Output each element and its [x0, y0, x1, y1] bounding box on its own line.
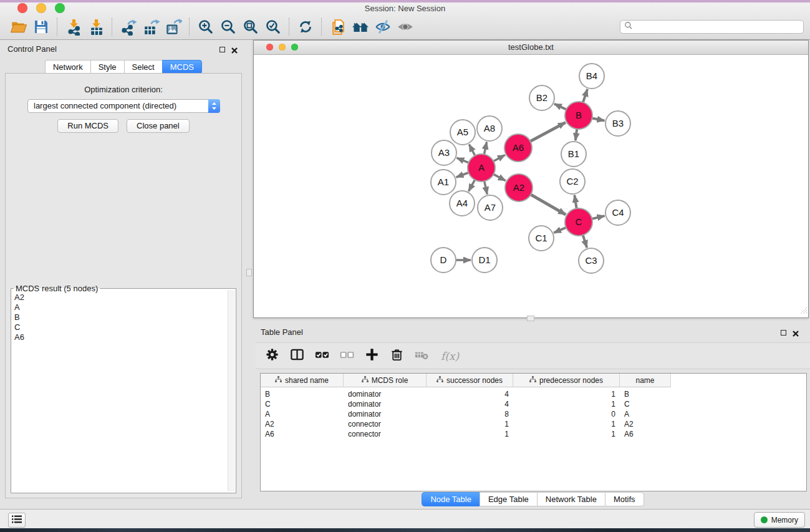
table-row[interactable]: A6connector11A6 — [261, 429, 806, 439]
import-network-button[interactable] — [62, 16, 85, 38]
graph-node-A[interactable]: A — [468, 154, 495, 181]
graph-node-C1[interactable]: C1 — [529, 226, 554, 251]
zoom-out-button[interactable] — [217, 16, 239, 38]
first-neighbors-button[interactable] — [349, 16, 372, 38]
column-header-predecessor-nodes[interactable]: predecessor nodes — [513, 374, 620, 387]
graph-node-C[interactable]: C — [565, 208, 592, 236]
table-settings-button[interactable] — [264, 347, 281, 364]
graph-edge-C-C2[interactable] — [574, 195, 576, 209]
deselect-all-button[interactable] — [339, 347, 355, 364]
table-row[interactable]: Adominator80A — [261, 409, 806, 419]
graph-edge-A-A4[interactable] — [469, 180, 475, 191]
clone-network-button[interactable] — [327, 16, 349, 38]
memory-button[interactable]: Memory — [754, 512, 805, 528]
column-header-successor-nodes[interactable]: successor nodes — [427, 374, 513, 387]
graph-node-B2[interactable]: B2 — [529, 85, 554, 110]
open-session-button[interactable] — [7, 16, 30, 38]
network-zoom-button[interactable] — [291, 44, 298, 51]
column-header-mcds-role[interactable]: MCDS role — [344, 374, 427, 387]
graph-edge-A6-B[interactable] — [530, 122, 565, 141]
zoom-selected-button[interactable] — [262, 16, 284, 38]
float-panel-icon[interactable] — [219, 47, 225, 52]
vertical-divider-grip[interactable] — [246, 269, 252, 276]
mcds-result-item[interactable]: A6 — [12, 332, 227, 342]
graph-node-A4[interactable]: A4 — [450, 191, 475, 216]
graph-node-A1[interactable]: A1 — [431, 170, 456, 195]
save-session-button[interactable] — [30, 16, 52, 38]
delete-table-button[interactable] — [413, 347, 430, 364]
graph-edge-A-A7[interactable] — [485, 181, 488, 194]
table-row[interactable]: Cdominator41C — [261, 399, 806, 409]
graph-node-A8[interactable]: A8 — [477, 116, 502, 141]
graph-node-C4[interactable]: C4 — [605, 200, 630, 225]
mcds-result-item[interactable]: B — [12, 312, 227, 322]
hide-graphics-details-button[interactable] — [372, 16, 394, 38]
graph-edge-A-A3[interactable] — [456, 158, 468, 163]
refresh-layout-button[interactable] — [294, 16, 317, 38]
column-header-name[interactable]: name — [620, 374, 671, 387]
graph-node-C3[interactable]: C3 — [579, 248, 604, 273]
window-resize-grip[interactable] — [799, 306, 808, 317]
tab-network[interactable]: Network — [45, 60, 90, 74]
task-history-button[interactable] — [8, 513, 26, 528]
graph-edge-B-B3[interactable] — [592, 118, 605, 120]
graph-node-C2[interactable]: C2 — [560, 169, 585, 194]
tab-motifs[interactable]: Motifs — [605, 492, 644, 506]
graph-edge-B-B1[interactable] — [576, 129, 577, 140]
horizontal-divider-grip[interactable] — [527, 316, 534, 321]
graph-node-B1[interactable]: B1 — [561, 142, 586, 167]
graph-edge-C-C4[interactable] — [592, 216, 604, 219]
graph-edge-B-B2[interactable] — [554, 104, 566, 109]
network-close-button[interactable] — [266, 44, 273, 51]
delete-column-button[interactable] — [388, 347, 405, 364]
tab-network-table[interactable]: Network Table — [537, 492, 605, 506]
tab-style[interactable]: Style — [90, 60, 124, 74]
graph-edge-A-A8[interactable] — [484, 142, 486, 155]
float-panel-icon[interactable] — [781, 330, 786, 336]
import-table-button[interactable] — [85, 16, 107, 38]
graph-edge-A-A6[interactable] — [493, 155, 505, 161]
function-builder-button[interactable]: f(x) — [441, 350, 459, 362]
table-row[interactable]: Bdominator41B — [261, 389, 806, 399]
graph-edge-A-A5[interactable] — [469, 144, 475, 155]
graph-edge-A2-C[interactable] — [531, 195, 566, 215]
search-input[interactable] — [633, 21, 803, 33]
network-minimize-button[interactable] — [279, 44, 286, 51]
graph-edge-C-C1[interactable] — [554, 228, 566, 233]
graph-node-A6[interactable]: A6 — [504, 134, 532, 162]
zoom-fit-button[interactable] — [239, 16, 262, 38]
export-image-button[interactable] — [162, 16, 185, 38]
graph-node-B3[interactable]: B3 — [605, 111, 630, 136]
tab-node-table[interactable]: Node Table — [422, 492, 480, 506]
export-network-button[interactable] — [117, 16, 140, 38]
graph-node-D1[interactable]: D1 — [472, 248, 497, 273]
graph-edge-A-A1[interactable] — [456, 173, 469, 177]
search-field[interactable] — [620, 20, 804, 34]
graph-edge-B-B4[interactable] — [583, 89, 587, 102]
tab-edge-table[interactable]: Edge Table — [480, 492, 537, 506]
mcds-result-item[interactable]: A2 — [12, 293, 227, 302]
graph-node-A5[interactable]: A5 — [450, 120, 475, 145]
show-graphics-details-button[interactable] — [394, 16, 417, 38]
mcds-result-item[interactable]: C — [12, 322, 227, 332]
add-column-button[interactable] — [364, 347, 380, 364]
mcds-result-scrollbar[interactable] — [228, 290, 235, 491]
network-canvas[interactable]: B4B2BB3A8A5A6A3B1AA1C2A2A4A7C4CC1C3DD1 — [254, 54, 808, 317]
select-all-button[interactable] — [314, 347, 330, 364]
toggle-columns-button[interactable] — [289, 347, 306, 364]
graph-edge-A-A2[interactable] — [493, 174, 505, 180]
export-table-button[interactable] — [140, 16, 162, 38]
graph-node-A7[interactable]: A7 — [478, 195, 503, 220]
close-panel-icon[interactable] — [231, 46, 238, 53]
close-panel-icon[interactable] — [792, 329, 799, 336]
zoom-in-button[interactable] — [195, 16, 217, 38]
graph-node-B[interactable]: B — [565, 102, 592, 129]
tab-select[interactable]: Select — [124, 60, 162, 74]
tab-mcds[interactable]: MCDS — [162, 60, 202, 74]
column-header-shared-name[interactable]: shared name — [261, 374, 344, 387]
graph-node-A3[interactable]: A3 — [432, 140, 456, 165]
graph-node-B4[interactable]: B4 — [579, 64, 604, 89]
mcds-result-item[interactable]: A — [12, 302, 227, 312]
run-mcds-button[interactable]: Run MCDS — [57, 119, 118, 133]
optimization-criterion-dropdown[interactable]: largest connected component (directed) — [27, 99, 220, 113]
